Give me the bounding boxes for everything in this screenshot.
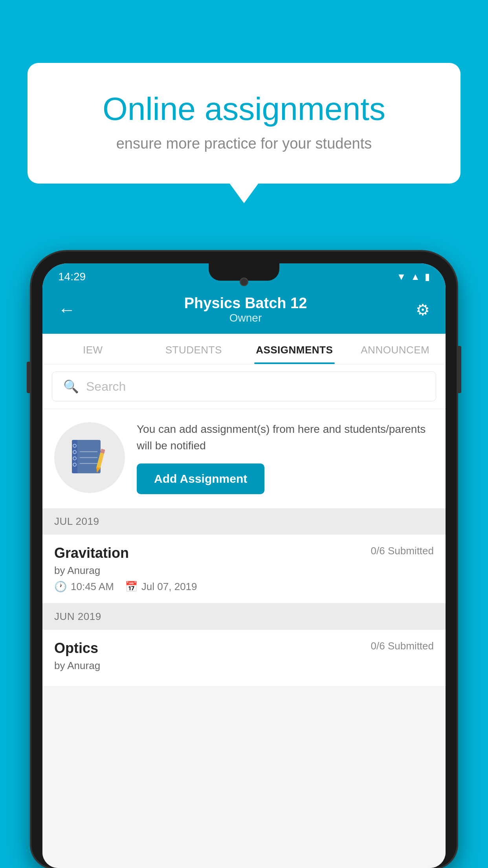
header-title-area: Physics Batch 12 Owner — [184, 295, 307, 324]
section-jul-2019: JUL 2019 — [42, 508, 446, 535]
assignment-optics-row1: Optics 0/6 Submitted — [54, 640, 434, 657]
assignment-by-gravitation: by Anurag — [54, 565, 434, 577]
phone-side-right — [458, 346, 461, 393]
notebook-icon — [72, 438, 107, 477]
header-title: Physics Batch 12 — [184, 295, 307, 312]
search-placeholder: Search — [86, 379, 126, 394]
section-jun-2019: JUN 2019 — [42, 603, 446, 630]
time-info-gravitation: 🕐 10:45 AM — [54, 581, 114, 593]
promo-text-area: You can add assignment(s) from here and … — [137, 421, 434, 494]
settings-button[interactable]: ⚙ — [416, 301, 430, 319]
status-time: 14:29 — [58, 270, 86, 283]
tab-students[interactable]: STUDENTS — [143, 334, 244, 364]
assignment-gravitation[interactable]: Gravitation 0/6 Submitted by Anurag 🕐 10… — [42, 535, 446, 603]
calendar-icon: 📅 — [125, 581, 138, 593]
screen-content: 🔍 Search — [42, 364, 446, 868]
battery-icon: ▮ — [425, 271, 430, 282]
assignment-date-gravitation: Jul 07, 2019 — [141, 581, 197, 593]
assignment-submitted-optics: 0/6 Submitted — [371, 640, 434, 652]
signal-icon: ▲ — [411, 271, 420, 282]
search-bar[interactable]: 🔍 Search — [52, 371, 436, 401]
promo-icon-wrap — [54, 422, 125, 493]
assignment-submitted-gravitation: 0/6 Submitted — [371, 545, 434, 557]
speech-bubble-area: Online assignments ensure more practice … — [28, 63, 460, 184]
phone-side-left — [27, 362, 30, 393]
bubble-subtitle: ensure more practice for your students — [59, 135, 429, 152]
assignment-promo: You can add assignment(s) from here and … — [42, 409, 446, 508]
search-bar-wrap: 🔍 Search — [42, 364, 446, 408]
search-icon: 🔍 — [63, 379, 79, 394]
tab-bar: IEW STUDENTS ASSIGNMENTS ANNOUNCEM — [42, 334, 446, 364]
speech-bubble: Online assignments ensure more practice … — [28, 63, 460, 184]
assignment-name-optics: Optics — [54, 640, 98, 657]
phone-screen: 14:29 ▼ ▲ ▮ ← Physics Batch 12 Owner ⚙ I… — [42, 263, 446, 868]
promo-description: You can add assignment(s) from here and … — [137, 421, 434, 454]
assignment-optics[interactable]: Optics 0/6 Submitted by Anurag — [42, 630, 446, 686]
app-header: ← Physics Batch 12 Owner ⚙ — [42, 287, 446, 334]
assignment-by-optics: by Anurag — [54, 660, 434, 672]
bubble-title: Online assignments — [59, 90, 429, 127]
date-info-gravitation: 📅 Jul 07, 2019 — [125, 581, 197, 593]
assignment-row1: Gravitation 0/6 Submitted — [54, 545, 434, 561]
header-subtitle: Owner — [184, 312, 307, 324]
phone-frame: 14:29 ▼ ▲ ▮ ← Physics Batch 12 Owner ⚙ I… — [31, 252, 457, 868]
add-assignment-button[interactable]: Add Assignment — [137, 463, 264, 494]
assignment-name-gravitation: Gravitation — [54, 545, 129, 561]
wifi-icon: ▼ — [396, 271, 406, 282]
tab-iew[interactable]: IEW — [42, 334, 143, 364]
tab-announcements[interactable]: ANNOUNCEM — [345, 334, 446, 364]
phone-camera — [240, 278, 248, 286]
phone-notch — [209, 263, 279, 281]
assignment-time-gravitation: 10:45 AM — [71, 581, 114, 593]
assignment-meta-gravitation: 🕐 10:45 AM 📅 Jul 07, 2019 — [54, 581, 434, 593]
tab-assignments[interactable]: ASSIGNMENTS — [244, 334, 345, 364]
status-icons: ▼ ▲ ▮ — [396, 271, 430, 282]
clock-icon: 🕐 — [54, 581, 67, 593]
back-button[interactable]: ← — [58, 300, 75, 320]
